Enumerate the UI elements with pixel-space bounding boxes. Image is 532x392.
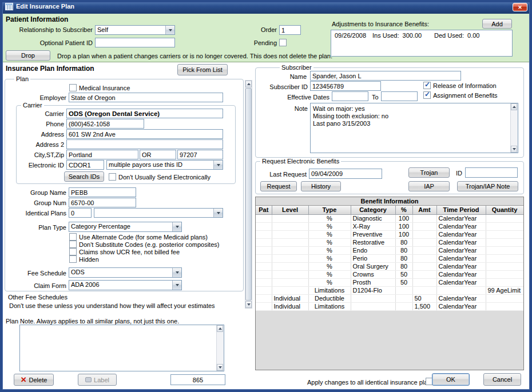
employer-field[interactable] [69,93,223,102]
benefit-cell [395,294,412,302]
plan-panel-scrollbar[interactable] [245,80,252,309]
cancel-button[interactable]: Cancel [483,373,521,386]
benefit-cell: Restorative [351,238,395,246]
benefit-cell [256,294,272,302]
add-button[interactable]: Add [482,19,512,29]
benefit-column-header: Category [351,206,395,214]
delete-button-label: Delete [29,377,47,383]
close-button[interactable]: ✕ [513,3,527,11]
trojan-id-field[interactable] [465,167,518,178]
benefit-row[interactable]: %Preventive100CalendarYear [256,230,523,238]
benefit-cell: % [308,230,351,238]
electronic-id-field[interactable] [66,160,104,170]
address2-field[interactable] [66,139,223,149]
state-field[interactable] [140,150,176,159]
fee-schedule-dropdown[interactable]: ODS [69,267,182,278]
phone-field[interactable] [66,119,144,129]
ok-button[interactable]: OK [432,373,470,386]
request-benefits-group-label: Request Electronic Benefits [260,158,341,165]
dont-substitute-codes-checkbox[interactable] [69,241,77,248]
dont-send-electronically-checkbox[interactable] [109,173,116,181]
trojan-iap-note-button[interactable]: Trojan/IAP Note [457,181,518,191]
identical-plans-dropdown[interactable] [94,208,223,218]
benefit-cell: 80 [395,262,412,270]
group-name-field[interactable] [69,187,136,197]
note-scrollbar[interactable] [510,103,518,153]
plan-type-dropdown[interactable]: Category Percentage [69,222,182,232]
identical-plans-field[interactable] [69,208,92,218]
chevron-down-icon [165,26,174,34]
order-field[interactable] [279,25,301,35]
iap-button[interactable]: IAP [408,181,450,191]
subscriber-group-label: Subscriber [280,64,313,71]
relationship-dropdown[interactable]: Self [95,25,175,35]
use-alternate-code-checkbox[interactable] [69,233,77,241]
benefit-row[interactable]: %Oral Surgery80CalendarYear [256,262,523,270]
benefit-row[interactable]: IndividualLimitations1,500CalendarYear [256,302,523,310]
pending-checkbox[interactable] [279,39,287,46]
title-bar[interactable]: Edit Insurance Plan [0,0,532,14]
benefit-row[interactable]: %Perio80CalendarYear [256,254,523,262]
zip-field[interactable] [177,150,223,159]
benefit-column-header: Amt [412,206,436,214]
benefit-cell: CalendarYear [436,214,486,222]
benefit-cell [272,222,308,230]
search-ids-button[interactable]: Search IDs [64,171,104,182]
label-button[interactable]: Label [78,374,117,386]
subscriber-name-field[interactable] [310,71,461,81]
drop-button[interactable]: Drop [6,50,50,61]
scroll-up-icon[interactable] [245,81,252,87]
benefit-row[interactable]: %Prosth50CalendarYear [256,278,523,286]
scroll-down-icon[interactable] [511,146,517,153]
subscriber-note-textarea[interactable]: Wait on major: yes Missing tooth exclusi… [310,103,518,153]
adjustments-listbox[interactable]: 09/26/2008 Ins Used: 300.00 Ded Used: 0.… [331,30,513,57]
identical-plans-label: Identical Plans [5,210,66,217]
benefit-cell [256,214,272,222]
subscriber-id-field[interactable] [310,81,381,91]
group-num-field[interactable] [69,198,136,207]
plan-id-field[interactable] [170,374,225,385]
chevron-down-icon [172,222,181,231]
city-field[interactable] [66,150,138,159]
history-button[interactable]: History [301,181,341,191]
scrollbar-thumb[interactable] [245,88,252,301]
benefit-cell: CalendarYear [436,238,486,246]
claim-form-dropdown[interactable]: ADA 2006 [69,280,182,290]
scroll-down-icon[interactable] [217,364,223,371]
chevron-down-icon [213,209,223,217]
benefit-cell [256,246,272,254]
plan-note-textarea[interactable] [19,325,224,371]
carrier-name-field[interactable] [66,109,223,118]
medical-insurance-checkbox[interactable] [69,84,77,91]
benefit-row[interactable]: %Diagnostic100CalendarYear [256,214,523,222]
app-icon [5,3,13,10]
trojan-button[interactable]: Trojan [408,167,450,178]
benefit-row[interactable]: LimitationsD1204-Flo99 AgeLimit [256,286,523,294]
effective-to-field[interactable] [381,91,418,101]
scroll-up-icon[interactable] [511,103,517,110]
assignment-of-benefits-checkbox[interactable] [423,91,431,99]
carrier-group-label: Carrier [21,102,44,109]
pick-from-list-button[interactable]: Pick From List [177,64,228,75]
benefit-row[interactable]: IndividualDeductible50CalendarYear [256,294,523,302]
last-request-field[interactable] [309,169,382,179]
benefit-row[interactable]: %Endo80CalendarYear [256,246,523,254]
delete-button[interactable]: ✕ Delete [14,374,54,386]
benefit-row[interactable]: %X-Ray100CalendarYear [256,222,523,230]
scroll-up-icon[interactable] [217,325,223,332]
request-button[interactable]: Request [260,181,297,191]
benefit-cell: % [308,222,351,230]
claims-show-ucr-checkbox[interactable] [69,248,77,255]
hidden-checkbox[interactable] [69,255,77,263]
benefit-cell [412,238,436,246]
benefit-row[interactable]: %Crowns50CalendarYear [256,270,523,278]
payor-dropdown[interactable]: multiple payors use this ID [106,160,223,170]
plan-note-scrollbar[interactable] [216,325,224,371]
release-of-information-checkbox[interactable] [423,82,431,89]
optional-patient-id-field[interactable] [95,38,175,47]
benefit-row[interactable]: %Restorative80CalendarYear [256,238,523,246]
scroll-down-icon[interactable] [245,301,252,308]
effective-from-field[interactable] [332,91,368,101]
address-field[interactable] [66,129,223,139]
benefit-cell: Crowns [351,270,395,278]
